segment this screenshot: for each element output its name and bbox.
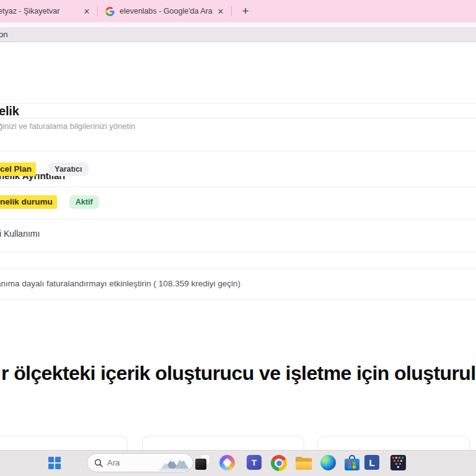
chrome-icon[interactable] — [271, 455, 287, 471]
bookmarks-bar: on — [0, 27, 476, 42]
edge-icon[interactable] — [320, 455, 336, 470]
microsoft-store-icon[interactable] — [345, 455, 359, 470]
teams-icon[interactable]: T — [247, 455, 262, 470]
page-subtitle: ğinizi ve faturalama bilgilerinizi yönet… — [0, 121, 135, 131]
file-explorer-icon[interactable] — [296, 457, 312, 470]
plan-label-highlighted: cel Plan — [0, 162, 36, 176]
tab-google-search[interactable]: elevenlabs - Google'da Ara ✕ — [98, 0, 231, 22]
dark-app-window-icon[interactable] — [195, 455, 209, 470]
teams-letter: T — [252, 458, 257, 467]
windows-start-icon[interactable] — [48, 457, 61, 469]
tab-title: etyaz - Şikayetvar — [0, 7, 81, 15]
bookmark-item[interactable]: on — [0, 30, 7, 39]
plan-row: cel Plan Yaratıcı — [0, 161, 89, 178]
divider — [0, 252, 476, 252]
browser-toolbar-edge — [0, 22, 476, 27]
divider — [0, 268, 476, 269]
usage-billing-text: anıma dayalı faturalandırmayı etkinleşti… — [0, 279, 240, 288]
close-icon[interactable]: ✕ — [81, 6, 92, 17]
plan-badge: Yaratıcı — [48, 162, 88, 176]
search-input[interactable] — [107, 458, 157, 467]
retro-pixel-game-icon[interactable] — [390, 455, 406, 470]
hero-heading: r ölçekteki içerik oluşturucu ve işletme… — [1, 361, 476, 385]
screen: etyaz - Şikayetvar ✕ elevenlabs - Google… — [0, 0, 476, 476]
hero-heading-wrap: r ölçekteki içerik oluşturucu ve işletme… — [0, 361, 476, 389]
divider — [0, 118, 476, 118]
divider — [0, 187, 476, 187]
tab-separator — [231, 6, 232, 16]
taskbar-search[interactable] — [87, 453, 193, 472]
status-label-highlighted: nelik durumu — [0, 195, 57, 209]
search-icon — [94, 459, 103, 467]
tab-title: elevenlabs - Google'da Ara — [120, 7, 215, 15]
google-favicon-icon — [105, 7, 115, 16]
browser-tab-bar: etyaz - Şikayetvar ✕ elevenlabs - Google… — [0, 0, 476, 22]
l-app-letter: L — [369, 457, 374, 468]
divider — [0, 299, 476, 300]
tab-sikayetvar[interactable]: etyaz - Şikayetvar ✕ — [0, 0, 97, 22]
status-badge: Aktif — [69, 195, 99, 209]
divider — [0, 151, 476, 151]
l-app-icon[interactable]: L — [364, 455, 379, 470]
copilot-icon[interactable] — [219, 455, 235, 470]
page-title: elik — [0, 104, 19, 118]
close-icon[interactable]: ✕ — [215, 6, 226, 17]
divider — [0, 219, 476, 219]
page-content: elik ğinizi ve faturalama bilgilerinizi … — [0, 43, 476, 450]
credit-usage-label: i Kullanımı — [0, 229, 40, 239]
new-tab-button[interactable]: + — [238, 4, 253, 19]
status-row: nelik durumu Aktif — [0, 193, 99, 211]
divider — [0, 103, 476, 104]
weather-widget-icon[interactable] — [159, 454, 192, 471]
